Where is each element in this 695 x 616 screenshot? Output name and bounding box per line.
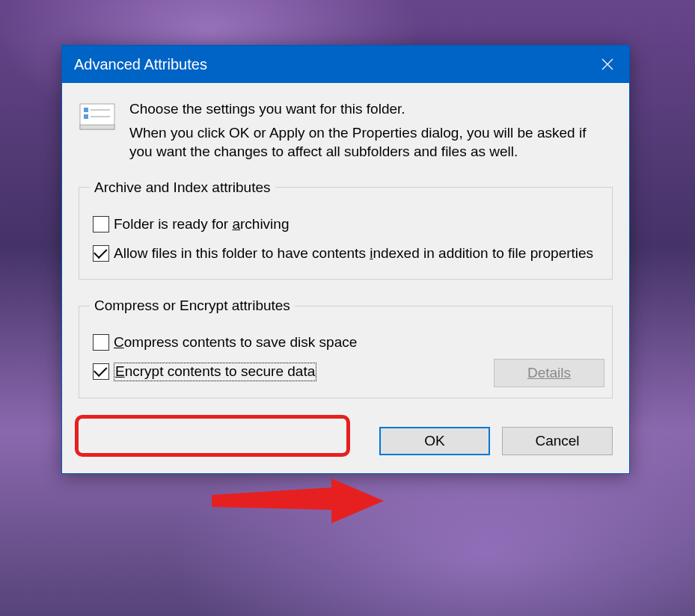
- compress-encrypt-group: Compress or Encrypt attributes Compress …: [79, 298, 613, 398]
- svg-rect-4: [84, 108, 88, 112]
- compress-checkbox[interactable]: [93, 334, 109, 351]
- properties-icon: [79, 102, 116, 131]
- dialog-content: Choose the settings you want for this fo…: [62, 83, 629, 473]
- svg-rect-3: [80, 125, 114, 129]
- encrypt-checkbox[interactable]: [93, 363, 109, 380]
- index-checkbox[interactable]: [93, 245, 109, 262]
- titlebar[interactable]: Advanced Attributes: [62, 46, 629, 83]
- index-checkbox-row[interactable]: Allow files in this folder to have conte…: [93, 244, 601, 263]
- svg-rect-5: [84, 114, 88, 119]
- compress-label[interactable]: Compress contents to save disk space: [114, 333, 357, 352]
- encrypt-label[interactable]: Encrypt contents to secure data: [114, 363, 316, 381]
- header-text: Choose the settings you want for this fo…: [129, 99, 613, 161]
- header-line1: Choose the settings you want for this fo…: [129, 99, 613, 119]
- index-label[interactable]: Allow files in this folder to have conte…: [114, 244, 593, 263]
- archive-index-legend: Archive and Index attributes: [90, 179, 275, 196]
- close-button[interactable]: [586, 46, 629, 83]
- cancel-button[interactable]: Cancel: [502, 427, 613, 455]
- button-row: OK Cancel: [79, 416, 613, 461]
- advanced-attributes-dialog: Advanced Attributes Choose the settings …: [61, 45, 630, 474]
- archive-index-group: Archive and Index attributes Folder is r…: [79, 179, 613, 280]
- compress-encrypt-legend: Compress or Encrypt attributes: [90, 298, 295, 314]
- ok-button[interactable]: OK: [379, 427, 490, 455]
- header-line2: When you click OK or Apply on the Proper…: [129, 123, 613, 161]
- close-icon: [601, 58, 614, 71]
- compress-checkbox-row[interactable]: Compress contents to save disk space: [93, 333, 601, 352]
- dialog-title: Advanced Attributes: [74, 56, 207, 73]
- archive-checkbox[interactable]: [93, 216, 109, 232]
- header-row: Choose the settings you want for this fo…: [79, 99, 613, 161]
- archive-label[interactable]: Folder is ready for archiving: [114, 215, 289, 234]
- archive-checkbox-row[interactable]: Folder is ready for archiving: [93, 215, 601, 234]
- details-button: Details: [494, 359, 604, 387]
